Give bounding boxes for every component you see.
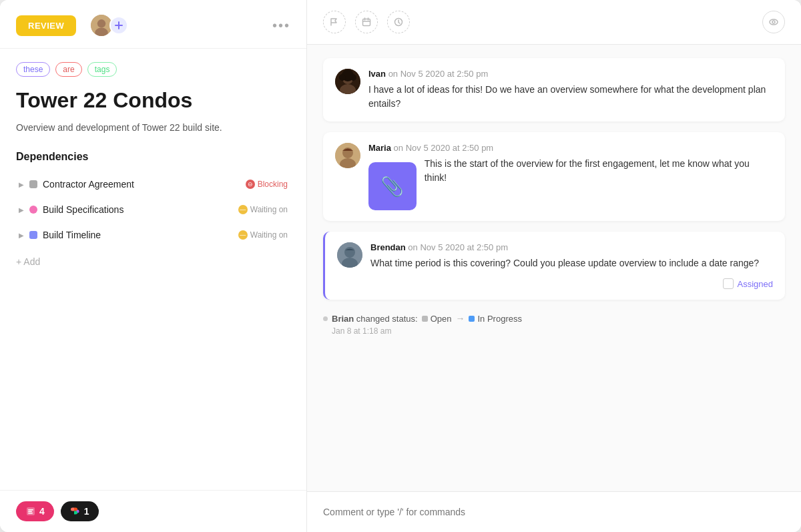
comments-area: Ivan on Nov 5 2020 at 2:50 pm I have a l… [307, 45, 801, 491]
comment-time-brendan: on Nov 5 2020 at 2:50 pm [408, 242, 508, 252]
open-status-dot [422, 316, 428, 322]
svg-rect-4 [28, 509, 33, 511]
comment-time-maria: on Nov 5 2020 at 2:50 pm [394, 143, 494, 153]
comment-meta-maria: Maria on Nov 5 2020 at 2:50 pm [368, 143, 773, 153]
comment-author-maria: Maria [368, 143, 391, 153]
svg-point-22 [344, 247, 355, 258]
dependencies-section-title: Dependencies [16, 151, 290, 163]
status-change-row: Brian changed status: Open → In Progress [323, 310, 785, 326]
status-to: In Progress [469, 314, 521, 324]
svg-rect-8 [363, 19, 370, 26]
comment-input[interactable] [323, 501, 785, 523]
right-header-icons [323, 11, 410, 33]
svg-point-16 [339, 74, 346, 81]
dep-dot-build-timeline [29, 231, 37, 239]
dep-name-build-timeline: Build Timeline [43, 230, 233, 240]
dep-dot-contractor [29, 180, 37, 188]
assigned-badge: Assigned [370, 278, 773, 289]
right-panel: Ivan on Nov 5 2020 at 2:50 pm I have a l… [307, 0, 801, 532]
chevron-icon: ▶ [19, 232, 24, 239]
clock-icon [394, 17, 403, 27]
tags-row: these are tags [16, 62, 290, 77]
calendar-button[interactable] [355, 11, 378, 33]
dep-name-build-specs: Build Specifications [43, 204, 233, 215]
dep-dot-build-specs [29, 206, 37, 214]
avatar-maria [335, 143, 360, 168]
comment-author-brendan: Brendan [370, 242, 406, 252]
eye-icon [768, 17, 779, 27]
notion-count: 4 [39, 506, 45, 517]
chevron-icon: ▶ [19, 206, 24, 214]
avatar-group [89, 13, 128, 37]
right-header [307, 0, 801, 45]
flag-button[interactable] [323, 11, 346, 33]
page-title: Tower 22 Condos [16, 87, 290, 113]
status-from: Open [422, 314, 452, 324]
figma-badge[interactable]: 1 [61, 501, 99, 521]
svg-rect-6 [28, 513, 33, 514]
dep-status-build-specs: — Waiting on [238, 205, 288, 214]
comment-meta-ivan: Ivan on Nov 5 2020 at 2:50 pm [368, 69, 773, 79]
left-panel: REVIEW ••• [0, 0, 307, 532]
notion-badge[interactable]: 4 [16, 501, 54, 521]
blocking-icon: ⊖ [246, 180, 255, 189]
status-change-dot [323, 316, 328, 321]
left-footer: 4 1 [0, 490, 306, 532]
svg-point-1 [97, 19, 105, 27]
paperclip-icon: 📎 [380, 176, 404, 198]
figma-count: 1 [84, 506, 89, 517]
comment-body-maria: Maria on Nov 5 2020 at 2:50 pm 📎 This is… [368, 143, 773, 210]
calendar-icon [362, 17, 371, 27]
in-progress-status-dot [469, 316, 475, 322]
avatar-ivan [335, 69, 360, 94]
review-button[interactable]: REVIEW [16, 15, 76, 36]
tag-these[interactable]: these [16, 62, 50, 77]
figma-icon [70, 506, 81, 517]
status-change-text: Brian changed status: [332, 314, 418, 324]
left-content: these are tags Tower 22 Condos Overview … [0, 49, 306, 490]
dep-name-contractor: Contractor Agreement [43, 179, 240, 190]
dependency-item-build-timeline[interactable]: ▶ Build Timeline — Waiting on [16, 223, 290, 247]
assigned-label: Assigned [738, 279, 773, 289]
comment-input-row [307, 491, 801, 532]
assigned-checkbox[interactable] [723, 278, 734, 289]
add-member-button[interactable] [109, 16, 128, 35]
svg-point-11 [772, 21, 775, 23]
svg-point-17 [350, 74, 356, 81]
comment-text-brendan: What time period is this covering? Could… [370, 256, 773, 270]
dep-status-contractor: ⊖ Blocking [246, 180, 288, 189]
waiting-icon: — [238, 230, 248, 240]
notion-icon [25, 506, 36, 517]
status-timestamp: Jan 8 at 1:18 am [332, 326, 785, 336]
avatar-brendan [337, 242, 362, 268]
comment-text-maria: This is the start of the overview for th… [425, 157, 773, 185]
tag-tags[interactable]: tags [87, 62, 117, 77]
comment-meta-brendan: Brendan on Nov 5 2020 at 2:50 pm [370, 242, 773, 252]
comment-body-brendan: Brendan on Nov 5 2020 at 2:50 pm What ti… [370, 242, 773, 289]
tag-are[interactable]: are [55, 62, 81, 77]
comment-body-ivan: Ivan on Nov 5 2020 at 2:50 pm I have a l… [368, 69, 773, 111]
svg-point-10 [770, 19, 778, 25]
eye-button[interactable] [762, 11, 785, 33]
comment-item-maria: Maria on Nov 5 2020 at 2:50 pm 📎 This is… [323, 132, 785, 221]
comment-item-brendan: Brendan on Nov 5 2020 at 2:50 pm What ti… [323, 232, 785, 300]
comment-time-ivan: on Nov 5 2020 at 2:50 pm [388, 69, 489, 79]
svg-rect-5 [28, 511, 32, 513]
comment-item-ivan: Ivan on Nov 5 2020 at 2:50 pm I have a l… [323, 58, 785, 121]
flag-icon [330, 17, 339, 27]
comment-author-ivan: Ivan [368, 69, 386, 79]
add-dependency-button[interactable]: + Add [16, 254, 290, 270]
page-description: Overview and development of Tower 22 bui… [16, 121, 290, 135]
more-options-button[interactable]: ••• [272, 18, 290, 33]
chevron-icon: ▶ [19, 181, 24, 188]
dependencies-list: ▶ Contractor Agreement ⊖ Blocking ▶ Buil… [16, 172, 290, 247]
left-header: REVIEW ••• [0, 0, 306, 49]
clock-button[interactable] [387, 11, 410, 33]
comment-text-ivan: I have a lot of ideas for this! Do we ha… [368, 83, 773, 111]
dependency-item-contractor[interactable]: ▶ Contractor Agreement ⊖ Blocking [16, 172, 290, 196]
waiting-icon: — [238, 205, 248, 214]
dependency-item-build-specs[interactable]: ▶ Build Specifications — Waiting on [16, 198, 290, 222]
attachment-box[interactable]: 📎 [368, 162, 417, 210]
dep-status-build-timeline: — Waiting on [238, 230, 288, 240]
arrow-icon: → [455, 313, 465, 324]
